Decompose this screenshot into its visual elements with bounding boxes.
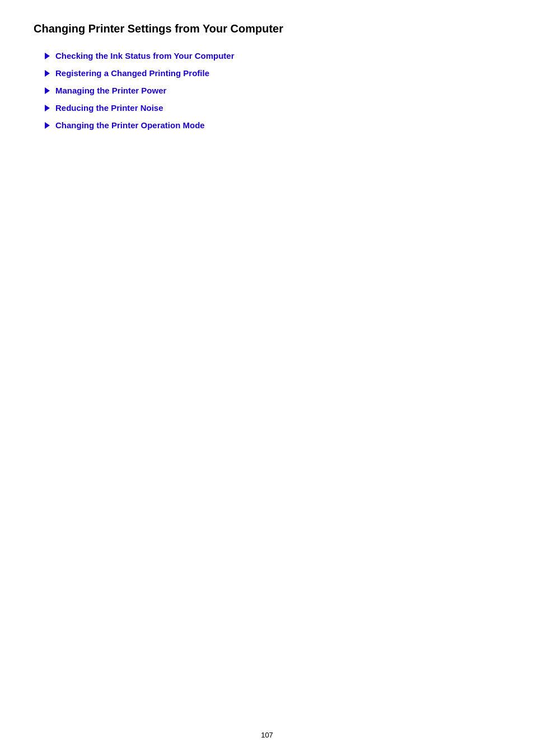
link-reducing-printer-noise[interactable]: Reducing the Printer Noise	[55, 103, 163, 113]
link-managing-printer-power[interactable]: Managing the Printer Power	[55, 86, 166, 95]
page-title: Changing Printer Settings from Your Comp…	[34, 22, 500, 35]
arrow-icon-2	[45, 70, 50, 77]
list-item-3: Managing the Printer Power	[45, 86, 500, 95]
list-item-4: Reducing the Printer Noise	[45, 103, 500, 113]
page-number: 107	[261, 731, 273, 739]
arrow-icon-4	[45, 105, 50, 111]
arrow-icon-1	[45, 53, 50, 59]
arrow-icon-3	[45, 87, 50, 94]
list-item-1: Checking the Ink Status from Your Comput…	[45, 51, 500, 60]
link-checking-ink-status[interactable]: Checking the Ink Status from Your Comput…	[55, 51, 234, 60]
page-content: Changing Printer Settings from Your Comp…	[0, 0, 534, 160]
link-changing-printer-operation-mode[interactable]: Changing the Printer Operation Mode	[55, 120, 205, 130]
list-item-5: Changing the Printer Operation Mode	[45, 120, 500, 130]
list-item-2: Registering a Changed Printing Profile	[45, 68, 500, 78]
link-registering-printing-profile[interactable]: Registering a Changed Printing Profile	[55, 68, 209, 78]
arrow-icon-5	[45, 122, 50, 129]
nav-list: Checking the Ink Status from Your Comput…	[34, 51, 500, 130]
